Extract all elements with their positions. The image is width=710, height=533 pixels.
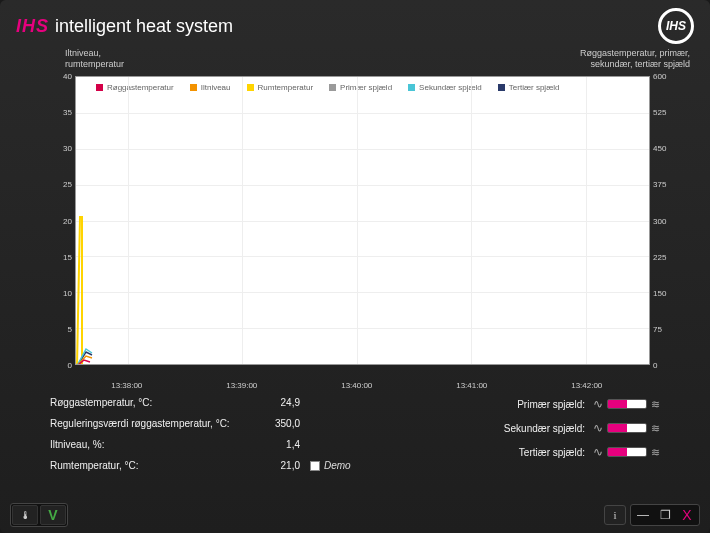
close-button[interactable]: X <box>676 506 698 524</box>
readings-panel: Røggastemperatur, °C: 24,9 Reguleringsvæ… <box>50 397 660 481</box>
app-window: IHS intelligent heat system IHS Iltnivea… <box>0 0 710 533</box>
minimize-button[interactable]: — <box>632 506 654 524</box>
y-right-ticks: 600 525 450 375 300 225 150 75 0 <box>653 76 675 365</box>
tick: 13:38:00 <box>111 381 142 390</box>
checkbox-icon <box>310 461 320 471</box>
damper-row: Primær spjæld: ∿ ≋ <box>504 397 660 411</box>
tick: 13:41:00 <box>456 381 487 390</box>
y-left-axis-label: Iltniveau, rumtemperatur <box>65 48 124 70</box>
y-right-axis-label-1: Røggastemperatur, primær, <box>580 48 690 59</box>
sek-label: Sekundær spjæld: <box>504 423 585 434</box>
tick: 0 <box>68 361 72 370</box>
logo-icon: IHS <box>658 8 694 44</box>
demo-checkbox[interactable]: Demo <box>310 460 351 471</box>
tick: 40 <box>63 72 72 81</box>
damper-row: Tertiær spjæld: ∿ ≋ <box>504 445 660 459</box>
chart-plot[interactable]: Røggastemperatur Iltniveau Rumtemperatur… <box>75 76 650 365</box>
tick: 13:40:00 <box>341 381 372 390</box>
thermometer-button[interactable]: 🌡 <box>12 505 38 525</box>
rum-value: 21,0 <box>250 460 300 471</box>
chart-lines <box>76 77 649 364</box>
tick: 300 <box>653 216 666 225</box>
y-right-axis-label-2: sekundær, tertiær spjæld <box>580 59 690 70</box>
waves-icon: ≋ <box>651 398 660 411</box>
sine-icon: ∿ <box>593 397 603 411</box>
tick: 25 <box>63 180 72 189</box>
sine-icon: ∿ <box>593 421 603 435</box>
header: IHS intelligent heat system IHS <box>0 0 710 48</box>
slider-track <box>607 447 647 457</box>
maximize-button[interactable]: ❐ <box>654 506 676 524</box>
y-left-axis-label-2: rumtemperatur <box>65 59 124 70</box>
slider-track <box>607 423 647 433</box>
tertiary-damper-slider[interactable]: ∿ ≋ <box>593 445 660 459</box>
readings-right: Primær spjæld: ∿ ≋ Sekundær spjæld: ∿ ≋ … <box>504 397 660 481</box>
reading-row: Reguleringsværdi røggastemperatur, °C: 3… <box>50 418 351 429</box>
reading-row: Iltniveau, %: 1,4 <box>50 439 351 450</box>
footer-left-buttons: 🌡 V <box>10 503 68 527</box>
tick: 375 <box>653 180 666 189</box>
roeg-value: 24,9 <box>250 397 300 408</box>
ilt-label: Iltniveau, %: <box>50 439 250 450</box>
tick: 10 <box>63 288 72 297</box>
footer: 🌡 V i — ❐ X <box>10 503 700 527</box>
thermometer-icon: 🌡 <box>20 509 31 521</box>
footer-right-buttons: i — ❐ X <box>604 504 700 526</box>
reading-row: Rumtemperatur, °C: 21,0 Demo <box>50 460 351 471</box>
chart-area: Iltniveau, rumtemperatur Røggastemperatu… <box>20 48 690 383</box>
tick: 30 <box>63 144 72 153</box>
brand-short: IHS <box>16 16 49 37</box>
primary-damper-slider[interactable]: ∿ ≋ <box>593 397 660 411</box>
readings-left: Røggastemperatur, °C: 24,9 Reguleringsvæ… <box>50 397 351 481</box>
tick: 13:42:00 <box>571 381 602 390</box>
brand: IHS intelligent heat system <box>16 16 233 37</box>
reading-row: Røggastemperatur, °C: 24,9 <box>50 397 351 408</box>
ilt-value: 1,4 <box>250 439 300 450</box>
roeg-label: Røggastemperatur, °C: <box>50 397 250 408</box>
tick: 15 <box>63 252 72 261</box>
minimize-icon: — <box>637 508 649 522</box>
prim-label: Primær spjæld: <box>517 399 585 410</box>
brand-title: intelligent heat system <box>55 16 233 37</box>
waves-icon: ≋ <box>651 446 660 459</box>
reg-value: 350,0 <box>250 418 300 429</box>
info-button[interactable]: i <box>604 505 626 525</box>
y-left-axis-label-1: Iltniveau, <box>65 48 124 59</box>
confirm-button[interactable]: V <box>40 505 66 525</box>
tick: 5 <box>68 324 72 333</box>
sine-icon: ∿ <box>593 445 603 459</box>
check-icon: V <box>48 507 57 523</box>
tick: 35 <box>63 108 72 117</box>
info-icon: i <box>613 509 616 521</box>
tick: 150 <box>653 288 666 297</box>
tick: 13:39:00 <box>226 381 257 390</box>
window-controls: — ❐ X <box>630 504 700 526</box>
tick: 525 <box>653 108 666 117</box>
tick: 0 <box>653 361 657 370</box>
rum-label: Rumtemperatur, °C: <box>50 460 250 471</box>
slider-track <box>607 399 647 409</box>
maximize-icon: ❐ <box>660 508 671 522</box>
tick: 450 <box>653 144 666 153</box>
damper-row: Sekundær spjæld: ∿ ≋ <box>504 421 660 435</box>
secondary-damper-slider[interactable]: ∿ ≋ <box>593 421 660 435</box>
logo-text: IHS <box>666 19 686 33</box>
tick: 75 <box>653 324 662 333</box>
tick: 600 <box>653 72 666 81</box>
y-right-axis-label: Røggastemperatur, primær, sekundær, tert… <box>580 48 690 70</box>
y-left-ticks: 40 35 30 25 20 15 10 5 0 <box>50 76 72 365</box>
ter-label: Tertiær spjæld: <box>519 447 585 458</box>
waves-icon: ≋ <box>651 422 660 435</box>
tick: 20 <box>63 216 72 225</box>
demo-label: Demo <box>324 460 351 471</box>
reg-label: Reguleringsværdi røggastemperatur, °C: <box>50 418 250 429</box>
close-icon: X <box>682 507 691 523</box>
tick: 225 <box>653 252 666 261</box>
